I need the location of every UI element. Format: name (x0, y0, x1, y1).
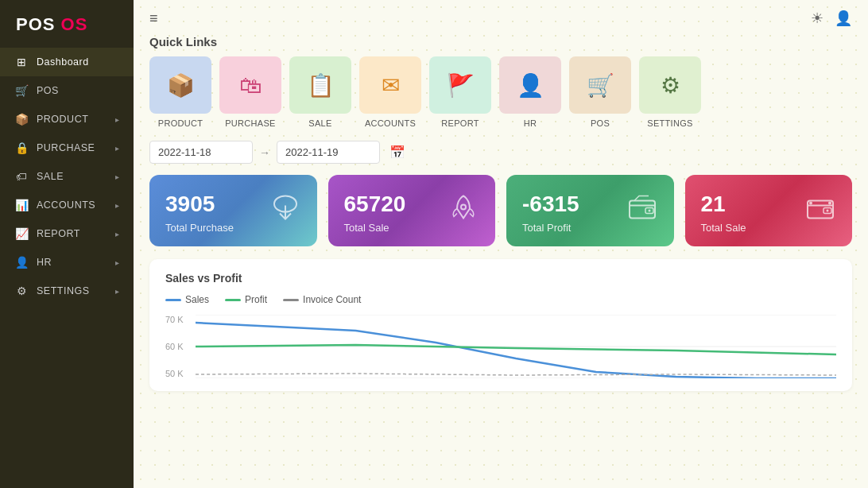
nav-icon-settings: ⚙ (14, 285, 29, 297)
sidebar-item-dashboard[interactable]: ⊞ Dashboard (0, 48, 134, 76)
nav-icon-purchase: 🔒 (14, 141, 29, 154)
sidebar-item-pos[interactable]: 🛒 POS (0, 76, 134, 105)
quick-link-label-purchase: PURCHASE (225, 118, 276, 128)
theme-toggle-icon[interactable]: ☀ (811, 10, 823, 27)
quick-link-icon-hr: 👤 (517, 72, 544, 99)
logo: POS OS (0, 0, 134, 48)
stat-cards: 3905 Total Purchase 65720 Total Sale (134, 175, 868, 259)
quick-link-hr[interactable]: 👤 HR (499, 56, 561, 128)
stat-card-total-purchase: 3905 Total Purchase (149, 175, 317, 246)
nav-label-accounts: ACCOUNTS (37, 199, 95, 211)
sidebar-item-accounts[interactable]: 📊 ACCOUNTS ▸ (0, 191, 134, 219)
quick-link-box-accounts: ✉ (359, 56, 421, 114)
topbar-actions: ☀ 👤 (811, 10, 852, 27)
nav-icon-report: 📈 (14, 227, 29, 240)
quick-link-label-pos: POS (591, 118, 610, 128)
quick-links-title: Quick Links (134, 32, 868, 56)
nav-item-left: 🏷 SALE (14, 170, 64, 183)
quick-link-icon-sale: 📋 (307, 72, 335, 99)
menu-toggle-icon[interactable]: ≡ (149, 10, 158, 27)
sidebar-item-product[interactable]: 📦 PRODUCT ▸ (0, 105, 134, 134)
chart-section: Sales vs Profit Sales Profit Invoice Cou… (149, 259, 852, 391)
quick-link-label-sale: SALE (308, 118, 331, 128)
legend-sales: Sales (165, 294, 209, 305)
quick-link-purchase[interactable]: 🛍 PURCHASE (219, 56, 281, 128)
nav-icon-product: 📦 (14, 113, 29, 126)
sidebar-item-sale[interactable]: 🏷 SALE ▸ (0, 162, 134, 191)
main-content: ≡ ☀ 👤 Quick Links 📦 PRODUCT 🛍 PURCHASE 📋… (134, 0, 868, 488)
svg-point-8 (827, 210, 829, 212)
quick-link-box-settings: ⚙ (639, 56, 701, 114)
date-filter: → 📅 (134, 141, 868, 175)
svg-point-9 (809, 202, 812, 205)
nav-arrow-product: ▸ (115, 115, 119, 124)
nav-label-hr: HR (37, 257, 52, 268)
nav-item-left: ⚙ SETTINGS (14, 285, 90, 297)
nav-item-left: 🛒 POS (14, 84, 59, 97)
quick-link-box-pos: 🛒 (569, 56, 631, 114)
logo-os: OS (55, 14, 87, 34)
stat-card-total-sale-2: 21 Total Sale (685, 175, 853, 246)
nav-item-left: 🔒 PURCHASE (14, 141, 95, 154)
stat-card-total-profit: -6315 Total Profit (506, 175, 674, 246)
quick-link-icon-purchase: 🛍 (239, 72, 262, 99)
quick-link-accounts[interactable]: ✉ ACCOUNTS (359, 56, 421, 128)
user-profile-icon[interactable]: 👤 (835, 10, 852, 27)
svg-rect-3 (630, 201, 655, 219)
legend-profit-label: Profit (245, 294, 267, 305)
quick-link-label-hr: HR (524, 118, 537, 128)
quick-link-icon-pos: 🛒 (587, 72, 614, 99)
nav-arrow-hr: ▸ (115, 258, 119, 267)
legend-profit-dot (225, 299, 241, 301)
svg-point-2 (461, 205, 466, 210)
chart-legend: Sales Profit Invoice Count (165, 294, 836, 305)
rocket-icon (446, 190, 481, 232)
y-label-70k: 70 K (165, 315, 193, 324)
quick-link-icon-product: 📦 (167, 72, 195, 99)
quick-link-label-product: PRODUCT (158, 118, 203, 128)
nav-icon-sale: 🏷 (14, 170, 29, 183)
sidebar-item-hr[interactable]: 👤 HR ▸ (0, 248, 134, 277)
quick-link-icon-settings: ⚙ (661, 72, 680, 99)
sidebar-nav: ⊞ Dashboard 🛒 POS 📦 PRODUCT ▸ 🔒 PURCHASE… (0, 48, 134, 488)
nav-label-pos: POS (37, 85, 59, 96)
quick-link-box-product: 📦 (149, 56, 211, 114)
nav-icon-dashboard: ⊞ (14, 56, 29, 68)
chart-svg (196, 315, 836, 378)
sidebar-item-report[interactable]: 📈 REPORT ▸ (0, 219, 134, 248)
quick-link-icon-report: 🚩 (447, 72, 475, 99)
quick-link-box-sale: 📋 (289, 56, 351, 114)
quick-link-pos[interactable]: 🛒 POS (569, 56, 631, 128)
chart-area: 70 K 60 K 50 K (165, 315, 836, 378)
legend-sales-label: Sales (185, 294, 209, 305)
sidebar-item-settings[interactable]: ⚙ SETTINGS ▸ (0, 277, 134, 305)
nav-item-left: ⊞ Dashboard (14, 56, 89, 68)
svg-point-5 (648, 210, 650, 212)
quick-links-grid: 📦 PRODUCT 🛍 PURCHASE 📋 SALE ✉ ACCOUNTS 🚩… (134, 56, 868, 141)
svg-point-10 (828, 202, 831, 205)
chart-title: Sales vs Profit (165, 272, 836, 285)
chart-y-labels: 70 K 60 K 50 K (165, 315, 193, 378)
nav-arrow-report: ▸ (115, 230, 119, 238)
topbar: ≡ ☀ 👤 (134, 0, 868, 32)
nav-icon-accounts: 📊 (14, 199, 29, 211)
date-arrow-icon: → (259, 146, 270, 159)
quick-link-sale[interactable]: 📋 SALE (289, 56, 351, 128)
legend-invoice: Invoice Count (283, 294, 361, 305)
quick-link-report[interactable]: 🚩 REPORT (429, 56, 491, 128)
nav-label-product: PRODUCT (37, 114, 88, 125)
quick-link-settings[interactable]: ⚙ SETTINGS (639, 56, 701, 128)
date-end-input[interactable] (277, 141, 380, 164)
quick-link-product[interactable]: 📦 PRODUCT (149, 56, 211, 128)
nav-label-report: REPORT (37, 228, 80, 239)
sidebar-item-purchase[interactable]: 🔒 PURCHASE ▸ (0, 134, 134, 162)
calendar-icon[interactable]: 📅 (389, 145, 405, 160)
nav-arrow-accounts: ▸ (115, 201, 119, 210)
stat-card-total-sale: 65720 Total Sale (328, 175, 496, 246)
nav-arrow-purchase: ▸ (115, 144, 119, 153)
nav-arrow-sale: ▸ (115, 172, 119, 181)
quick-link-box-hr: 👤 (499, 56, 561, 114)
nav-item-left: 👤 HR (14, 256, 52, 269)
nav-label-dashboard: Dashboard (37, 56, 89, 68)
date-start-input[interactable] (149, 141, 253, 164)
